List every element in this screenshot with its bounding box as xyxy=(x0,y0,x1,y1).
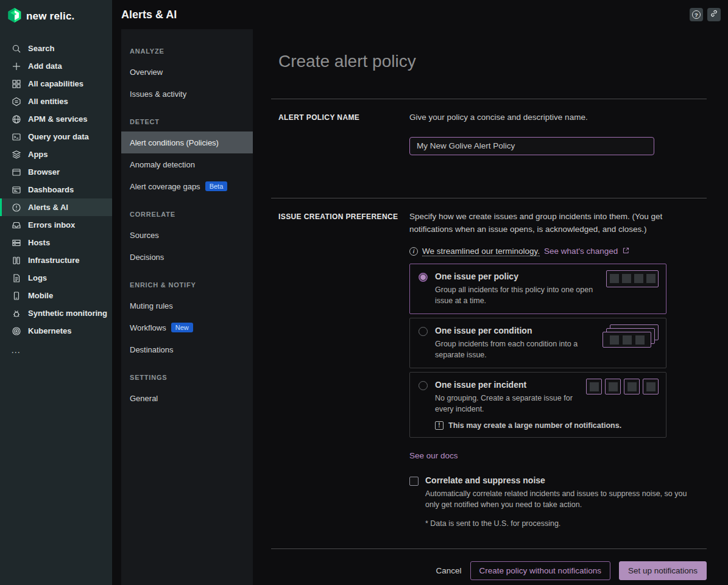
alerts-subnav: ANALYZE Overview Issues & activity DETEC… xyxy=(121,29,253,585)
sidebar-item-all-entities[interactable]: All entities xyxy=(0,93,112,110)
terminal-icon xyxy=(11,131,21,142)
subnav-item-label: Destinations xyxy=(130,345,174,354)
new-relic-logo-icon xyxy=(8,8,21,25)
policy-name-section: ALERT POLICY NAME Give your policy a con… xyxy=(271,99,707,198)
subnav-section-title: CORRELATE xyxy=(121,206,253,224)
issue-preference-section: ISSUE CREATION PREFERENCE Specify how we… xyxy=(271,198,707,528)
us-processing-note: * Data is sent to the U.S. for processin… xyxy=(425,519,696,528)
sidebar-item-search[interactable]: Search xyxy=(0,40,112,57)
see-our-docs-link[interactable]: See our docs xyxy=(409,451,458,460)
option-one-issue-per-policy[interactable]: One issue per policy Group all incidents… xyxy=(409,264,666,314)
subnav-section-title: ENRICH & NOTIFY xyxy=(121,276,253,295)
sidebar-item-errors-inbox[interactable]: Errors inbox xyxy=(0,216,112,234)
sidebar-more-button[interactable]: ⋯ xyxy=(0,347,112,358)
link-icon xyxy=(710,9,718,20)
subnav-item-label: Sources xyxy=(130,231,159,240)
sidebar-item-apps[interactable]: Apps xyxy=(0,145,112,163)
sidebar-item-synthetic-monitoring[interactable]: Synthetic monitoring xyxy=(0,304,112,322)
primary-sidebar: new relic. Search Add data All capabilit… xyxy=(0,0,112,585)
sidebar-item-label: APM & services xyxy=(28,114,88,124)
set-up-notifications-button[interactable]: Set up notifications xyxy=(619,561,707,580)
sidebar-item-mobile[interactable]: Mobile xyxy=(0,287,112,304)
option-description: No grouping. Create a separate issue for… xyxy=(435,393,576,415)
option-title: One issue per policy xyxy=(435,271,607,281)
subnav-item-general[interactable]: General xyxy=(121,387,253,409)
globe-icon xyxy=(11,114,21,124)
app-root: new relic. Search Add data All capabilit… xyxy=(0,0,728,585)
subnav-item-label: Workflows xyxy=(130,323,166,332)
subnav-item-destinations[interactable]: Destinations xyxy=(121,338,253,360)
policy-name-input[interactable] xyxy=(409,137,654,155)
subnav-item-muting-rules[interactable]: Muting rules xyxy=(121,295,253,317)
beta-badge: Beta xyxy=(205,181,228,191)
layers-icon xyxy=(11,149,21,159)
subnav-item-workflows[interactable]: Workflows New xyxy=(121,317,253,338)
see-whats-changed-link[interactable]: See what's changed xyxy=(544,247,618,256)
sidebar-item-label: Synthetic monitoring xyxy=(28,309,107,318)
help-button[interactable]: ? xyxy=(690,8,703,21)
new-relic-logo[interactable]: new relic. xyxy=(0,0,112,33)
sidebar-item-browser[interactable]: Browser xyxy=(0,163,112,181)
subnav-item-label: Issues & activity xyxy=(130,89,186,99)
sidebar-item-all-capabilities[interactable]: All capabilities xyxy=(0,75,112,93)
subnav-item-issues-activity[interactable]: Issues & activity xyxy=(121,83,253,105)
option-description: Group all incidents for this policy into… xyxy=(435,284,607,306)
separate-issues-illustration-icon xyxy=(586,379,659,394)
sidebar-item-hosts[interactable]: Hosts xyxy=(0,234,112,251)
subnav-item-anomaly-detection[interactable]: Anomaly detection xyxy=(121,153,253,175)
subnav-section-title: ANALYZE xyxy=(121,43,253,61)
sidebar-item-label: Logs xyxy=(28,273,47,282)
page-title: Create alert policy xyxy=(271,29,707,72)
sidebar-nav: Search Add data All capabilities All ent… xyxy=(0,40,112,358)
subnav-item-sources[interactable]: Sources xyxy=(121,224,253,246)
one-issue-illustration-icon xyxy=(606,270,659,287)
subnav-item-label: Overview xyxy=(130,68,163,77)
radio-unselected-icon[interactable] xyxy=(419,381,428,390)
subnav-item-overview[interactable]: Overview xyxy=(121,61,253,83)
right-column: Alerts & AI ? ANALYZE Overview Issues & … xyxy=(112,0,728,585)
sidebar-item-logs[interactable]: Logs xyxy=(0,269,112,287)
sidebar-item-label: All capabilities xyxy=(28,79,83,88)
sidebar-item-kubernetes[interactable]: Kubernetes xyxy=(0,322,112,340)
copy-link-button[interactable] xyxy=(707,8,721,21)
sidebar-item-label: Hosts xyxy=(28,238,50,247)
phone-icon xyxy=(11,290,21,301)
subnav-section-settings: SETTINGS General xyxy=(121,369,253,409)
help-icon: ? xyxy=(692,10,701,19)
subnav-item-label: Anomaly detection xyxy=(130,160,195,169)
terminology-note[interactable]: We streamlined our terminology. xyxy=(422,247,540,256)
option-warning: ! This may create a large number of noti… xyxy=(435,421,621,430)
policy-name-hint: Give your policy a concise and descripti… xyxy=(409,111,707,124)
option-one-issue-per-condition[interactable]: One issue per condition Group incidents … xyxy=(409,318,666,368)
option-description: Group incidents from each condition into… xyxy=(435,338,607,360)
sidebar-item-label: Add data xyxy=(28,61,62,71)
radio-selected-icon[interactable] xyxy=(419,273,428,282)
subnav-section-enrich-notify: ENRICH & NOTIFY Muting rules Workflows N… xyxy=(121,276,253,360)
radio-unselected-icon[interactable] xyxy=(419,327,428,336)
sidebar-item-infrastructure[interactable]: Infrastructure xyxy=(0,251,112,269)
subnav-section-analyze: ANALYZE Overview Issues & activity xyxy=(121,43,253,105)
sidebar-item-apm-services[interactable]: APM & services xyxy=(0,110,112,128)
subnav-item-alert-coverage-gaps[interactable]: Alert coverage gaps Beta xyxy=(121,175,253,197)
subnav-item-decisions[interactable]: Decisions xyxy=(121,246,253,268)
inbox-icon xyxy=(11,220,21,230)
page-header-title: Alerts & AI xyxy=(121,9,177,21)
hexagon-list-icon xyxy=(11,96,21,107)
grid-icon xyxy=(11,79,21,89)
terminology-note-line: i We streamlined our terminology. See wh… xyxy=(409,247,707,256)
sidebar-item-add-data[interactable]: Add data xyxy=(0,57,112,75)
correlate-row: Correlate and suppress noise Automatical… xyxy=(409,475,707,528)
sidebar-item-label: All entities xyxy=(28,97,68,106)
correlate-checkbox[interactable] xyxy=(409,477,419,486)
sidebar-item-query-your-data[interactable]: Query your data xyxy=(0,128,112,145)
option-title: One issue per condition xyxy=(435,326,607,335)
create-policy-without-notifications-button[interactable]: Create policy without notifications xyxy=(470,561,610,580)
subnav-item-alert-conditions[interactable]: Alert conditions (Policies) xyxy=(121,131,253,153)
sidebar-item-label: Search xyxy=(28,44,54,53)
warning-icon: ! xyxy=(435,421,444,430)
cancel-button[interactable]: Cancel xyxy=(436,566,462,575)
option-one-issue-per-incident[interactable]: One issue per incident No grouping. Crea… xyxy=(409,372,666,437)
sidebar-item-alerts-ai[interactable]: Alerts & AI xyxy=(0,198,112,216)
correlate-description: Automatically correlate related incident… xyxy=(425,488,696,511)
sidebar-item-dashboards[interactable]: Dashboards xyxy=(0,181,112,198)
